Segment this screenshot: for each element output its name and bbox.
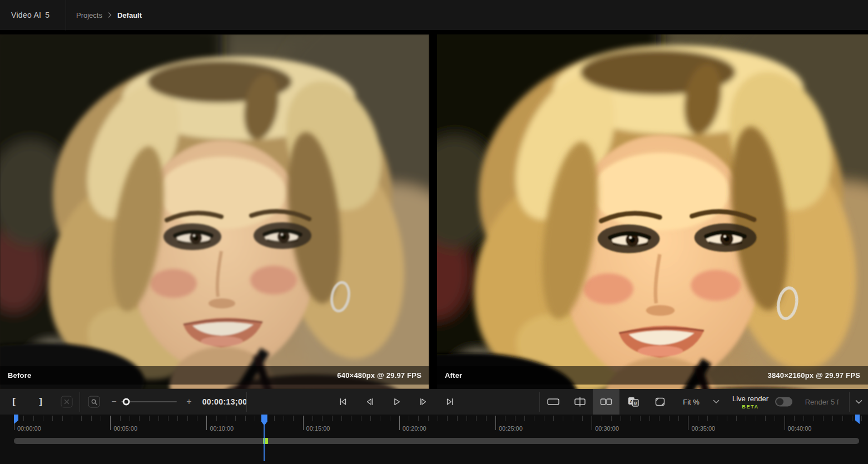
zoom-slider-knob[interactable] — [123, 398, 130, 406]
timeline-tick — [341, 416, 342, 421]
app-logo: Video AI5 — [11, 11, 49, 19]
timeline-track[interactable] — [14, 438, 859, 444]
timeline-tick — [101, 416, 101, 421]
timeline-tick — [611, 416, 612, 421]
timeline-tick — [81, 416, 82, 421]
fit-chevron-down-icon[interactable] — [713, 400, 720, 404]
timeline-tick — [447, 416, 448, 421]
live-render-block: Live render BETA — [732, 395, 768, 410]
timeline-tick — [573, 416, 573, 421]
view-mode-single-button[interactable] — [540, 389, 567, 415]
timeline-tick — [313, 416, 313, 421]
magnifier-icon — [88, 396, 100, 408]
timeline-tick — [120, 416, 121, 421]
timeline-tick — [274, 416, 275, 421]
timeline-tick — [649, 416, 650, 421]
timeline-tick — [43, 416, 43, 421]
timeline-tick — [785, 416, 785, 430]
fit-to-frame-button[interactable] — [647, 389, 673, 415]
next-frame-button[interactable] — [418, 397, 428, 407]
timeline-tick — [688, 416, 688, 430]
timeline-tick — [592, 416, 592, 430]
timeline-tick — [727, 416, 727, 421]
timecode-display: 00:00:13;00 — [202, 397, 247, 406]
skip-to-end-button[interactable] — [445, 397, 455, 407]
timeline-tick — [717, 416, 717, 421]
timeline-tick — [158, 416, 159, 421]
timeline-tick — [544, 416, 544, 421]
timeline-tick — [23, 416, 24, 421]
skip-to-start-button[interactable] — [338, 397, 348, 407]
render-chevron-down-icon[interactable] — [855, 400, 862, 405]
timeline-tick — [206, 416, 207, 430]
timeline-tick — [418, 416, 419, 421]
timeline-tick — [130, 416, 130, 421]
timeline-tick — [322, 416, 323, 421]
timeline-tick — [669, 416, 669, 421]
set-out-point-button[interactable]: ] — [39, 396, 42, 407]
topbar-divider — [66, 0, 66, 31]
live-render-toggle[interactable] — [775, 397, 792, 407]
timeline-tick — [678, 416, 679, 421]
live-render-label: Live render — [732, 395, 768, 403]
timeline[interactable]: 00:00:0000:05:0000:10:0000:15:0000:20:00… — [0, 415, 868, 464]
timeline-tick — [52, 416, 53, 421]
timeline-tick — [467, 416, 467, 421]
timeline-tick — [197, 416, 197, 421]
breadcrumb-projects[interactable]: Projects — [76, 11, 102, 19]
toolbar-divider — [80, 392, 80, 412]
play-button[interactable] — [391, 397, 401, 407]
timeline-label: 00:10:00 — [210, 425, 234, 432]
zoom-tool-button[interactable] — [88, 396, 100, 408]
after-panel[interactable]: After 3840×2160px @ 29.97 FPS — [437, 34, 868, 389]
timeline-tick — [803, 416, 804, 421]
toggle-knob — [776, 398, 783, 406]
breadcrumb-default[interactable]: Default — [117, 11, 142, 19]
zoom-out-button[interactable]: − — [111, 397, 116, 407]
timeline-tick — [438, 416, 438, 421]
after-label: After — [445, 371, 462, 380]
timeline-tick — [351, 416, 351, 421]
timeline-tick — [245, 416, 246, 421]
timeline-label: 00:25:00 — [499, 425, 523, 432]
timeline-label: 00:15:00 — [306, 425, 330, 432]
timeline-tick — [457, 416, 458, 421]
previous-frame-button[interactable] — [365, 397, 375, 407]
timeline-tick — [332, 416, 333, 421]
timeline-tick — [149, 416, 150, 421]
timeline-tick — [794, 416, 795, 421]
timeline-tick — [842, 416, 843, 421]
timeline-tick — [534, 416, 534, 421]
timeline-tick — [62, 416, 63, 421]
timeline-tick — [515, 416, 515, 421]
timeline-tick — [409, 416, 409, 421]
before-panel[interactable]: Before 640×480px @ 29.97 FPS — [0, 34, 429, 389]
timeline-tick — [284, 416, 284, 421]
timeline-tick — [428, 416, 429, 421]
timeline-tick — [823, 416, 824, 421]
timeline-tick — [390, 416, 390, 421]
view-mode-side-by-side-button[interactable] — [593, 389, 619, 415]
timeline-tick — [177, 416, 178, 421]
timeline-tick — [168, 416, 168, 421]
view-mode-ab-compare-button[interactable]: A B — [620, 389, 647, 415]
timeline-tick — [765, 416, 766, 421]
clear-trim-button[interactable] — [61, 396, 73, 408]
side-by-side-view-icon — [599, 397, 613, 407]
view-mode-split-button[interactable] — [567, 389, 593, 415]
ab-compare-icon: A B — [627, 396, 639, 407]
after-video-frame — [437, 34, 868, 389]
timeline-tick — [110, 416, 111, 430]
timeline-tick — [621, 416, 621, 421]
skip-to-end-icon — [445, 397, 455, 407]
render-button[interactable]: Render 5 f — [805, 398, 839, 406]
zoom-in-button[interactable]: + — [186, 397, 191, 407]
timeline-tick — [33, 416, 34, 421]
timeline-tick — [698, 416, 698, 421]
set-in-point-button[interactable]: [ — [12, 396, 16, 407]
zoom-fit-selector[interactable]: Fit % — [683, 398, 700, 406]
timeline-tick — [476, 416, 477, 421]
timeline-label: 00:05:00 — [113, 425, 137, 432]
timeline-tick — [814, 416, 814, 421]
timeline-tick — [563, 416, 563, 421]
